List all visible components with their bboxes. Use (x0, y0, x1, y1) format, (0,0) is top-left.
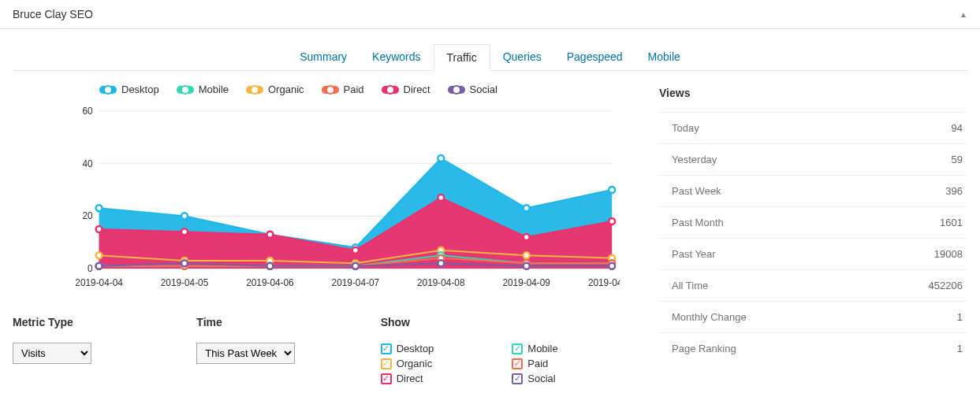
legend-item-social[interactable]: Social (448, 83, 497, 95)
checkbox-icon: ✓ (381, 358, 392, 369)
svg-point-16 (181, 228, 188, 235)
tab-pagespeed[interactable]: Pagespeed (554, 44, 635, 71)
checkbox-icon: ✓ (381, 343, 392, 354)
legend-item-paid[interactable]: Paid (322, 83, 364, 95)
show-option-label: Social (527, 373, 555, 384)
checkbox-icon: ✓ (512, 343, 523, 354)
views-row: Past Month1601 (659, 206, 967, 238)
views-row-value: 59 (952, 154, 963, 165)
metric-type-control: Metric Type Visits (13, 316, 196, 384)
tab-mobile[interactable]: Mobile (635, 44, 693, 71)
svg-point-9 (181, 213, 188, 219)
svg-point-8 (96, 205, 102, 211)
svg-point-21 (609, 218, 615, 224)
show-option-label: Organic (397, 358, 433, 369)
chart-legend: DesktopMobileOrganicPaidDirectSocial (99, 83, 651, 95)
views-row-value: 396 (945, 185, 963, 197)
svg-text:2019-04-09: 2019-04-09 (502, 277, 550, 288)
legend-label: Social (470, 83, 497, 95)
show-option-mobile[interactable]: ✓Mobile (512, 343, 620, 354)
show-option-label: Mobile (527, 343, 557, 354)
svg-point-27 (524, 252, 530, 258)
views-row-value: 1 (957, 311, 963, 323)
views-row-label: Today (672, 122, 699, 134)
svg-point-48 (524, 263, 530, 269)
tab-queries[interactable]: Queries (490, 44, 554, 71)
svg-text:2019-04-08: 2019-04-08 (417, 277, 465, 288)
svg-text:2019-04-07: 2019-04-07 (332, 277, 380, 288)
svg-text:2019-04-06: 2019-04-06 (246, 277, 294, 288)
svg-point-19 (438, 195, 444, 201)
chart: 02040602019-04-042019-04-052019-04-06201… (76, 103, 620, 292)
legend-label: Paid (344, 83, 364, 95)
legend-swatch-icon (382, 86, 399, 94)
show-option-label: Paid (527, 358, 548, 369)
views-row: Page Ranking1 (659, 332, 967, 364)
tab-keywords[interactable]: Keywords (360, 44, 433, 71)
views-title: Views (659, 87, 967, 99)
show-option-desktop[interactable]: ✓Desktop (381, 343, 489, 354)
views-row-label: Past Week (672, 185, 721, 197)
views-row-value: 1601 (940, 217, 963, 228)
time-control: Time This Past Week (196, 316, 380, 384)
show-options: ✓Desktop✓Mobile✓Organic✓Paid✓Direct✓Soci… (381, 343, 620, 384)
legend-label: Mobile (199, 83, 229, 95)
svg-text:0: 0 (88, 263, 93, 274)
views-list: Today94Yesterday59Past Week396Past Month… (659, 112, 967, 364)
legend-item-mobile[interactable]: Mobile (177, 83, 229, 95)
views-row-value: 452206 (929, 280, 963, 291)
time-select[interactable]: This Past Week (196, 343, 295, 364)
svg-text:40: 40 (83, 158, 94, 169)
show-option-label: Direct (397, 373, 423, 384)
views-row-label: Monthly Change (672, 311, 747, 323)
legend-label: Desktop (121, 83, 159, 95)
legend-item-desktop[interactable]: Desktop (99, 83, 159, 95)
legend-swatch-icon (246, 86, 263, 94)
legend-label: Organic (268, 83, 304, 95)
metric-type-select[interactable]: Visits (13, 343, 91, 364)
views-row-label: Past Year (672, 248, 716, 260)
tab-traffic[interactable]: Traffic (434, 44, 490, 71)
svg-point-44 (181, 260, 188, 266)
checkbox-icon: ✓ (512, 373, 523, 384)
views-row-label: Yesterday (672, 154, 717, 165)
chart-panel: DesktopMobileOrganicPaidDirectSocial 020… (13, 83, 651, 384)
collapse-icon[interactable]: ▲ (960, 10, 967, 19)
legend-swatch-icon (448, 86, 465, 94)
show-option-paid[interactable]: ✓Paid (512, 358, 620, 369)
svg-point-20 (524, 234, 530, 240)
svg-point-13 (524, 205, 530, 211)
views-row-value: 94 (952, 122, 963, 134)
svg-point-46 (352, 263, 359, 269)
legend-label: Direct (404, 83, 430, 95)
show-option-organic[interactable]: ✓Organic (381, 358, 489, 369)
svg-point-18 (352, 247, 359, 254)
legend-item-organic[interactable]: Organic (246, 83, 304, 95)
views-row: Today94 (659, 112, 967, 143)
show-option-direct[interactable]: ✓Direct (381, 373, 489, 384)
views-row: All Time452206 (659, 269, 967, 301)
show-control: Show ✓Desktop✓Mobile✓Organic✓Paid✓Direct… (381, 316, 620, 384)
svg-point-12 (438, 155, 444, 161)
svg-point-15 (96, 226, 102, 232)
show-option-social[interactable]: ✓Social (512, 373, 620, 384)
svg-point-14 (609, 187, 615, 193)
controls: Metric Type Visits Time This Past Week S… (13, 316, 620, 384)
checkbox-icon: ✓ (381, 373, 392, 384)
panel-header: Bruce Clay SEO ▲ (0, 0, 980, 29)
views-row-value: 1 (957, 343, 963, 354)
legend-swatch-icon (177, 86, 194, 94)
svg-point-47 (438, 260, 444, 266)
content: DesktopMobileOrganicPaidDirectSocial 020… (0, 71, 980, 397)
chart-svg: 02040602019-04-042019-04-052019-04-06201… (76, 103, 620, 292)
show-option-label: Desktop (397, 343, 434, 354)
svg-text:2019-04-04: 2019-04-04 (76, 277, 123, 288)
svg-text:20: 20 (83, 210, 94, 221)
legend-item-direct[interactable]: Direct (382, 83, 430, 95)
svg-point-17 (266, 232, 273, 238)
checkbox-icon: ✓ (512, 358, 523, 369)
views-row: Monthly Change1 (659, 301, 967, 332)
tab-summary[interactable]: Summary (287, 44, 360, 71)
time-label: Time (196, 316, 380, 328)
tabs: SummaryKeywordsTrafficQueriesPagespeedMo… (13, 29, 967, 71)
